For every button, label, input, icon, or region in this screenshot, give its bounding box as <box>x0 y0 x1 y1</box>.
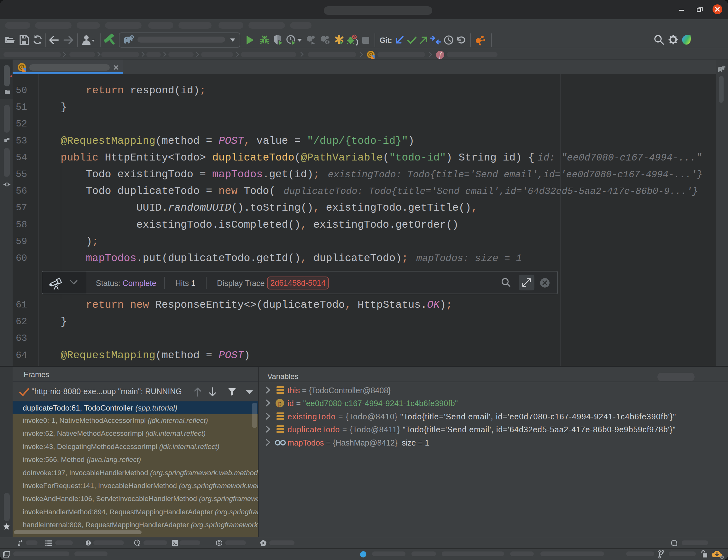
svg-text:p: p <box>278 400 282 407</box>
